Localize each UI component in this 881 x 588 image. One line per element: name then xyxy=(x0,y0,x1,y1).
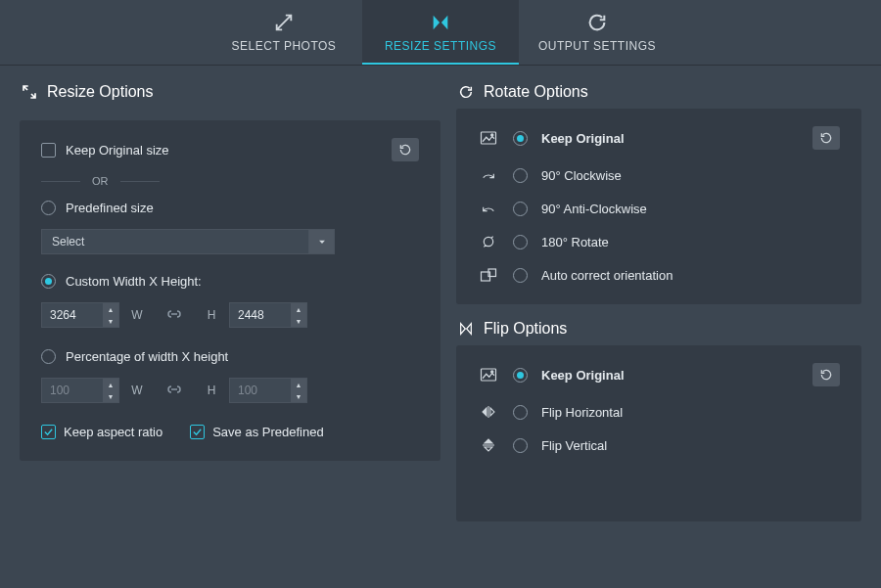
undo-icon xyxy=(819,368,833,382)
rotate-acw90-label: 90° Anti-Clockwise xyxy=(541,202,647,216)
custom-size-radio[interactable] xyxy=(41,274,56,289)
rotate-keep-original-label: Keep Original xyxy=(541,131,625,146)
or-divider: OR xyxy=(41,175,419,187)
custom-width-input[interactable]: ▲▼ xyxy=(41,302,119,328)
rotate-icon xyxy=(458,84,474,100)
expand-arrows-icon xyxy=(273,12,295,33)
keep-original-size-label: Keep Original size xyxy=(66,143,169,158)
rotate-180-label: 180° Rotate xyxy=(541,235,609,249)
flip-keep-original-radio[interactable] xyxy=(513,368,528,383)
keep-original-icon xyxy=(478,367,499,383)
predefined-size-select[interactable]: Select xyxy=(41,229,335,254)
percentage-label: Percentage of width X height xyxy=(66,349,228,364)
rotate-acw-icon xyxy=(478,201,499,216)
svg-point-5 xyxy=(491,371,493,373)
keep-aspect-checkbox[interactable] xyxy=(41,425,56,439)
pct-height-input[interactable]: ▲▼ xyxy=(229,378,307,403)
select-dropdown-button[interactable] xyxy=(309,229,335,254)
step-down[interactable]: ▼ xyxy=(291,315,306,327)
save-predefined-checkbox[interactable] xyxy=(190,425,205,439)
flip-horizontal-radio[interactable] xyxy=(513,405,528,420)
resize-corners-icon xyxy=(22,84,37,100)
tab-label: RESIZE SETTINGS xyxy=(385,39,496,53)
flip-icon xyxy=(458,321,474,337)
rotate-auto-label: Auto correct orientation xyxy=(541,268,672,283)
pct-width-input[interactable]: ▲▼ xyxy=(41,378,119,403)
resize-section-title: Resize Options xyxy=(22,83,440,101)
rotate-180-radio[interactable] xyxy=(513,235,528,249)
svg-point-1 xyxy=(491,134,493,136)
step-up[interactable]: ▲ xyxy=(291,303,306,315)
flip-vertical-icon xyxy=(478,437,499,453)
rotate-cw90-radio[interactable] xyxy=(513,168,528,183)
rotate-acw90-radio[interactable] xyxy=(513,202,528,216)
flip-keep-original-label: Keep Original xyxy=(541,368,625,383)
step-up[interactable]: ▲ xyxy=(103,303,118,315)
rotate-keep-original-radio[interactable] xyxy=(513,131,528,146)
rotate-section-title: Rotate Options xyxy=(458,83,861,101)
percentage-radio[interactable] xyxy=(41,349,56,364)
undo-icon xyxy=(398,143,412,157)
link-aspect-icon[interactable] xyxy=(155,384,194,398)
step-down[interactable]: ▼ xyxy=(291,390,306,402)
reset-rotate-button[interactable] xyxy=(812,126,840,150)
tab-select-photos[interactable]: SELECT PHOTOS xyxy=(206,0,362,65)
flip-panel: Keep Original Flip Horizontal xyxy=(456,345,861,521)
auto-orient-icon xyxy=(478,267,499,283)
step-up[interactable]: ▲ xyxy=(291,379,306,390)
tab-resize-settings[interactable]: RESIZE SETTINGS xyxy=(362,0,519,65)
resize-panel: Keep Original size OR Predefined size Se… xyxy=(20,120,440,461)
keep-original-size-checkbox[interactable] xyxy=(41,143,56,158)
step-down[interactable]: ▼ xyxy=(103,390,118,402)
keep-original-icon xyxy=(478,130,499,146)
rotate-180-icon xyxy=(478,234,499,249)
flip-vertical-label: Flip Vertical xyxy=(541,438,607,453)
keep-aspect-label: Keep aspect ratio xyxy=(64,425,162,439)
link-aspect-icon[interactable] xyxy=(155,308,194,323)
step-up[interactable]: ▲ xyxy=(103,379,118,390)
custom-size-label: Custom Width X Height: xyxy=(66,274,202,289)
chevron-down-icon xyxy=(317,237,327,247)
reset-flip-button[interactable] xyxy=(812,363,840,386)
rotate-auto-radio[interactable] xyxy=(513,268,528,283)
gear-refresh-icon xyxy=(586,12,608,33)
undo-icon xyxy=(819,131,833,145)
flip-horizontal-label: Flip Horizontal xyxy=(541,405,623,420)
flip-vertical-radio[interactable] xyxy=(513,438,528,453)
flip-section-title: Flip Options xyxy=(458,320,861,338)
step-down[interactable]: ▼ xyxy=(103,315,118,327)
custom-height-input[interactable]: ▲▼ xyxy=(229,302,307,328)
flip-horizontal-icon xyxy=(478,404,499,420)
reset-resize-button[interactable] xyxy=(392,138,419,161)
tab-output-settings[interactable]: OUTPUT SETTINGS xyxy=(519,0,675,65)
save-predefined-label: Save as Predefined xyxy=(212,425,323,439)
predefined-size-label: Predefined size xyxy=(66,201,154,215)
rotate-cw-icon xyxy=(478,167,499,183)
rotate-cw90-label: 90° Clockwise xyxy=(541,168,622,183)
rotate-panel: Keep Original 90° Clockwise xyxy=(456,109,861,304)
resize-icon xyxy=(430,12,451,33)
tab-label: SELECT PHOTOS xyxy=(232,39,337,53)
predefined-size-radio[interactable] xyxy=(41,201,56,215)
tab-label: OUTPUT SETTINGS xyxy=(538,39,656,53)
tab-bar: SELECT PHOTOS RESIZE SETTINGS OUTPUT SET… xyxy=(0,0,881,66)
